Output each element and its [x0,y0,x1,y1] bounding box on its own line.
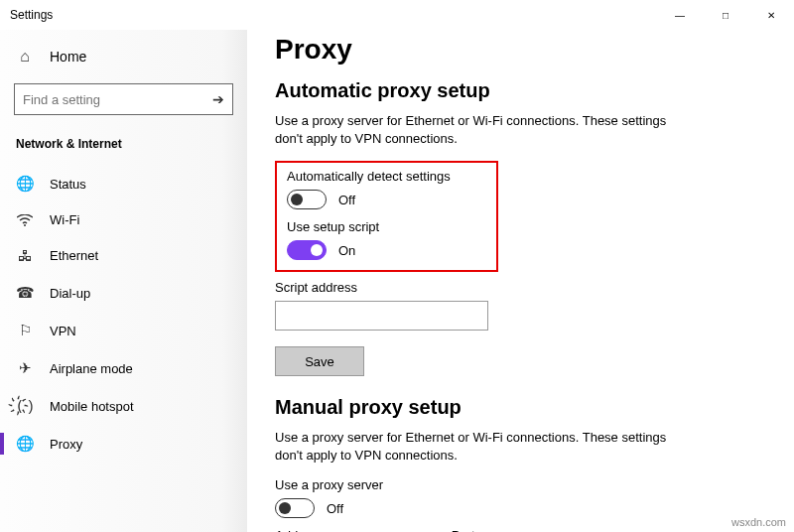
search-input-container[interactable]: ➔ [14,83,233,115]
manual-desc: Use a proxy server for Ethernet or Wi-Fi… [275,429,672,464]
script-label: Use setup script [287,219,486,234]
sidebar-item-label: Wi-Fi [50,212,79,227]
detect-label: Automatically detect settings [287,169,486,184]
manual-port-label: Port [452,528,475,532]
save-button[interactable]: Save [275,346,364,376]
vpn-icon: ⚐ [16,322,34,339]
dialup-icon: ☎ [16,284,34,302]
address-label: Script address [275,280,766,295]
detect-toggle[interactable] [287,190,327,209]
sidebar-item-wifi[interactable]: Wi-Fi [0,202,247,237]
window-title: Settings [10,8,53,22]
home-icon: ⌂ [16,48,34,66]
sidebar-item-label: Proxy [50,437,82,452]
sidebar: ⌂ Home ➔ Network & Internet 🌐 Status Wi-… [0,30,247,532]
sidebar-item-label: VPN [50,324,76,338]
auto-heading: Automatic proxy setup [275,79,766,102]
wifi-icon [16,214,34,226]
sidebar-item-label: Airplane mode [50,361,133,376]
use-proxy-state: Off [327,501,343,516]
home-label: Home [50,49,86,65]
sidebar-item-label: Status [50,177,86,192]
manual-heading: Manual proxy setup [275,396,766,419]
ethernet-icon: 🖧 [16,247,34,264]
minimize-button[interactable]: — [657,0,703,30]
manual-address-label: Address [275,528,323,532]
airplane-icon: ✈ [16,359,34,377]
script-state: On [338,243,355,258]
sidebar-item-label: Ethernet [50,248,98,263]
proxy-icon: 🌐 [16,435,34,453]
script-toggle[interactable] [287,240,327,260]
section-title: Network & Internet [0,129,247,165]
home-nav[interactable]: ⌂ Home [0,40,247,73]
close-button[interactable]: ✕ [748,0,794,30]
search-input[interactable] [23,92,212,107]
hotspot-icon: (҉) [16,397,34,415]
sidebar-item-status[interactable]: 🌐 Status [0,165,247,202]
sidebar-item-proxy[interactable]: 🌐 Proxy [0,425,247,463]
detect-state: Off [338,193,355,207]
use-proxy-toggle[interactable] [275,498,315,518]
auto-desc: Use a proxy server for Ethernet or Wi-Fi… [275,112,672,147]
sidebar-item-dialup[interactable]: ☎ Dial-up [0,274,247,312]
sidebar-item-ethernet[interactable]: 🖧 Ethernet [0,237,247,274]
svg-point-0 [24,224,26,226]
maximize-button[interactable]: □ [703,0,748,30]
content-area: Proxy Automatic proxy setup Use a proxy … [247,30,794,532]
highlight-annotation: Automatically detect settings Off Use se… [275,161,498,272]
use-proxy-label: Use a proxy server [275,477,766,492]
sidebar-item-vpn[interactable]: ⚐ VPN [0,312,247,349]
sidebar-item-label: Mobile hotspot [50,399,134,414]
search-icon: ➔ [212,91,224,107]
status-icon: 🌐 [16,175,34,193]
page-title: Proxy [275,34,766,66]
sidebar-item-hotspot[interactable]: (҉) Mobile hotspot [0,387,247,425]
watermark: wsxdn.com [731,516,786,528]
sidebar-item-airplane[interactable]: ✈ Airplane mode [0,349,247,387]
sidebar-item-label: Dial-up [50,286,90,301]
script-address-input[interactable] [275,301,488,331]
